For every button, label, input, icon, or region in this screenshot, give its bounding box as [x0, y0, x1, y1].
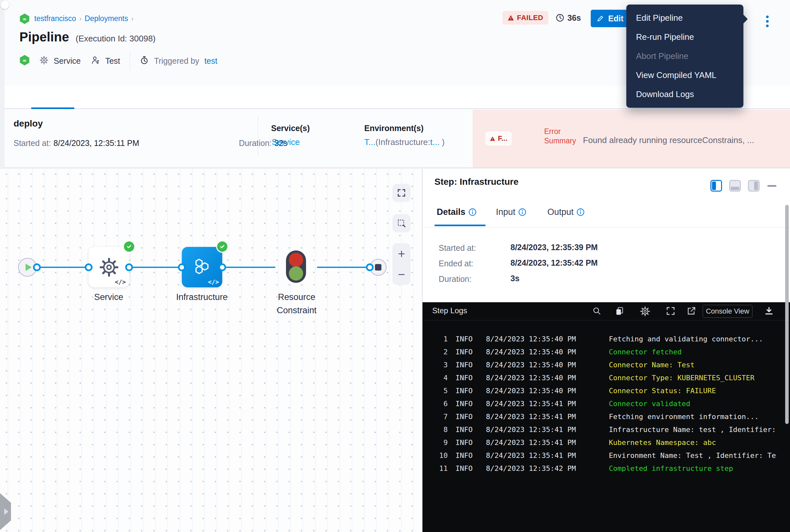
- port: [125, 263, 133, 271]
- panel-scrollbar[interactable]: [785, 205, 789, 424]
- tab-input-label: Input: [496, 207, 515, 217]
- divider: [130, 52, 130, 70]
- canvas-zoom-control[interactable]: + −: [392, 243, 410, 285]
- log-line: 4INFO8/24/2023 12:35:40 PMConnector Type…: [423, 372, 790, 384]
- menu-item-edit-pipeline[interactable]: Edit Pipeline: [626, 8, 744, 27]
- environment-infra-link[interactable]: t...: [430, 137, 440, 147]
- detail-ended-label: Ended at:: [439, 259, 473, 268]
- log-line: 5INFO8/24/2023 12:35:40 PMConnector Stat…: [423, 384, 790, 397]
- detail-duration-label: Duration:: [439, 274, 471, 284]
- tab-input[interactable]: Input: [496, 207, 526, 217]
- breadcrumb-project-link[interactable]: testfrancisco: [34, 14, 76, 23]
- elapsed-time-value: 36s: [567, 13, 581, 23]
- port: [218, 263, 226, 271]
- step-panel-title: Step: Infrastructure: [435, 177, 519, 187]
- layout-bottom-panel-icon[interactable]: [729, 180, 741, 192]
- edge-line: [129, 267, 182, 268]
- tab-details-label: Details: [437, 207, 465, 217]
- error-summary-message: Found already running resourceConstrains…: [583, 135, 780, 145]
- pipeline-options-menu: Edit Pipeline Re-run Pipeline Abort Pipe…: [626, 4, 744, 108]
- port: [178, 263, 186, 271]
- duration-label: Duration:: [239, 138, 271, 148]
- node-service[interactable]: </>: [89, 247, 129, 287]
- download-icon[interactable]: [764, 306, 774, 317]
- toggle-knob: [1, 1, 9, 9]
- port: [366, 263, 374, 271]
- play-icon: [25, 264, 32, 271]
- edge-line: [37, 267, 89, 268]
- info-icon[interactable]: [468, 208, 477, 216]
- node-label-resource-constraint: Resource Constraint: [258, 290, 335, 317]
- menu-item-rerun-pipeline[interactable]: Re-run Pipeline: [626, 27, 744, 46]
- traffic-red-light: [289, 253, 303, 267]
- copy-icon[interactable]: [615, 306, 625, 317]
- edge-line: [317, 267, 370, 268]
- service-name: Service: [54, 56, 80, 66]
- stopwatch-icon: [140, 56, 149, 66]
- gear-icon[interactable]: [640, 306, 650, 317]
- layout-minimized-panel-icon[interactable]: [748, 180, 759, 192]
- environment-infra-open: (Infrastructure:: [375, 137, 430, 147]
- environments-label: Environment(s): [364, 124, 423, 133]
- pencil-icon: [597, 15, 604, 22]
- search-icon[interactable]: [592, 306, 602, 317]
- tab-details[interactable]: Details: [437, 207, 477, 217]
- node-infrastructure[interactable]: </>: [182, 247, 222, 287]
- breadcrumb-deployments-link[interactable]: Deployments: [85, 14, 128, 23]
- chevron-right-icon: ›: [131, 15, 134, 22]
- elapsed-time: 36s: [556, 12, 581, 24]
- active-tab-underline: [435, 225, 486, 226]
- svg-text:∞: ∞: [23, 58, 27, 63]
- triggered-by-user-link[interactable]: test: [205, 56, 217, 66]
- menu-item-abort-pipeline: Abort Pipeline: [626, 46, 744, 66]
- info-icon[interactable]: [518, 208, 526, 216]
- fullscreen-icon: [397, 188, 406, 197]
- tab-output-label: Output: [547, 207, 574, 217]
- triggered-by-label: Triggered by: [154, 56, 199, 66]
- detail-started-value: 8/24/2023, 12:35:39 PM: [510, 243, 598, 252]
- detail-ended-value: 8/24/2023, 12:35:42 PM: [510, 258, 598, 268]
- environment-name-link[interactable]: T...: [364, 137, 375, 147]
- error-badge-text: F...: [498, 134, 507, 143]
- gear-icon: [99, 257, 119, 277]
- zoom-in-icon[interactable]: +: [398, 249, 405, 259]
- service-link[interactable]: Service: [272, 137, 300, 147]
- services-label: Service(s): [271, 124, 310, 133]
- menu-item-view-compiled-yaml[interactable]: View Compiled YAML: [626, 66, 744, 85]
- zoom-out-icon[interactable]: −: [398, 269, 405, 279]
- fullscreen-icon[interactable]: [666, 306, 676, 317]
- status-text: FAILED: [517, 14, 543, 22]
- divider: [423, 227, 790, 228]
- divider: [258, 116, 258, 155]
- canvas-fullscreen-button[interactable]: [392, 184, 410, 202]
- node-resource-constraint[interactable]: [286, 250, 306, 283]
- svg-text:∞: ∞: [23, 16, 27, 22]
- title-row: Pipeline (Execution Id: 30098): [19, 30, 156, 44]
- traffic-green-light: [289, 266, 303, 281]
- error-summary-label: Error Summary: [544, 127, 583, 146]
- harness-logo-icon: ∞: [19, 14, 30, 25]
- pipeline-canvas[interactable]: [0, 169, 423, 532]
- external-link-icon[interactable]: [687, 306, 697, 317]
- log-line: 7INFO8/24/2023 12:35:41 PMFetching envir…: [423, 410, 790, 423]
- started-at-label: Started at:: [14, 138, 51, 148]
- tab-output[interactable]: Output: [547, 207, 584, 217]
- stage-name: deploy: [14, 118, 43, 129]
- stage-timing: Started at: 8/24/2023, 12:35:11 PM Durat…: [14, 138, 287, 148]
- page-title: Pipeline: [19, 30, 69, 44]
- log-line: 8INFO8/24/2023 12:35:41 PMInfrastructure…: [423, 423, 790, 436]
- minimize-panel-icon[interactable]: [767, 185, 776, 187]
- environment-infra-close: ): [440, 137, 445, 147]
- environment-value[interactable]: T...(Infrastructure:t... ): [364, 137, 445, 147]
- layout-right-panel-icon[interactable]: [710, 180, 722, 192]
- port: [33, 263, 41, 271]
- node-label-service: Service: [76, 290, 141, 304]
- console-view-button[interactable]: Console View: [702, 305, 752, 318]
- log-line: 1INFO8/24/2023 12:35:40 PMFetching and v…: [423, 332, 790, 346]
- more-options-kebab-icon[interactable]: [764, 12, 771, 31]
- step-logs-title: Step Logs: [432, 306, 467, 315]
- canvas-marquee-select-button[interactable]: [392, 214, 410, 232]
- log-line: 2INFO8/24/2023 12:35:40 PMConnector fetc…: [423, 346, 790, 359]
- info-icon[interactable]: [577, 208, 584, 216]
- menu-item-download-logs[interactable]: Download Logs: [626, 85, 744, 104]
